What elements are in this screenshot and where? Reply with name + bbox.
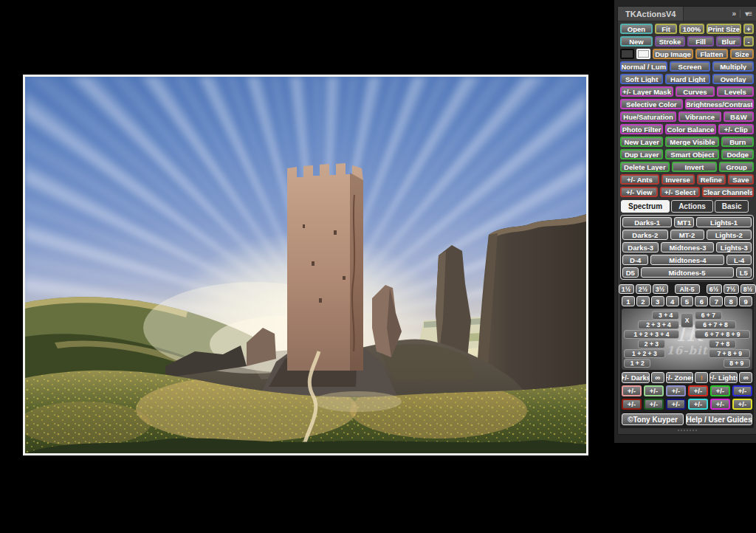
panel-title-tab[interactable]: TKActionsV4	[618, 7, 684, 21]
smart-object-button[interactable]: Smart Object	[665, 149, 719, 159]
color-balance-button[interactable]: Color Balance	[665, 124, 715, 134]
brightness-contrast-button[interactable]: Brightness/Contrast	[685, 99, 754, 109]
plus-button[interactable]: +	[743, 24, 754, 34]
combo-x-button[interactable]: X	[681, 313, 693, 328]
navy-plusminus-button[interactable]: +/-	[666, 399, 686, 410]
zone-7-button[interactable]: 7	[709, 296, 723, 306]
clear-channels-button[interactable]: Clear Channels	[702, 187, 754, 197]
cyan-plusminus-button[interactable]: +/-	[688, 399, 708, 410]
combo-1-2-3-4-button[interactable]: 1 + 2 + 3 + 4	[624, 330, 679, 339]
burn-button[interactable]: Burn	[721, 137, 754, 147]
combo-1-2-button[interactable]: 1 + 2	[624, 359, 650, 368]
mt1-button[interactable]: MT1	[674, 217, 694, 227]
zone-4-button[interactable]: 4	[666, 296, 679, 306]
curves-button[interactable]: Curves	[676, 86, 715, 97]
ants-button[interactable]: +/- Ants	[620, 174, 659, 185]
overlay-button[interactable]: Overlay	[712, 74, 754, 84]
collapse-panel-icon[interactable]: »	[732, 10, 736, 18]
bw-button[interactable]: B&W	[724, 111, 754, 122]
tab-actions[interactable]: Actions	[671, 200, 713, 213]
lights-infinity-button[interactable]: ∞	[739, 372, 752, 383]
inverse-button[interactable]: Inverse	[662, 174, 695, 185]
invert-button[interactable]: Invert	[672, 162, 718, 172]
combo-6-7-8-9-button[interactable]: 6 + 7 + 8 + 9	[695, 330, 750, 339]
background-color-swatch[interactable]	[636, 49, 650, 59]
view-button[interactable]: +/- View	[620, 187, 658, 197]
l-4-button[interactable]: L-4	[726, 255, 752, 265]
zoom-100-button[interactable]: 100%	[679, 24, 704, 34]
zone-8half-button[interactable]: 8½	[740, 284, 756, 294]
combo-6-7-button[interactable]: 6 + 7	[695, 311, 721, 320]
panel-menu-icon[interactable]: ▾≡	[745, 10, 752, 18]
d-4-button[interactable]: D-4	[622, 255, 648, 265]
darkgreen-plusminus-button[interactable]: +/-	[644, 399, 664, 410]
darkred-plusminus-button[interactable]: +/-	[622, 399, 642, 410]
clip-button[interactable]: +/- Clip	[718, 124, 754, 134]
foreground-color-swatch[interactable]	[620, 49, 634, 59]
zone-9-button[interactable]: 9	[739, 296, 752, 306]
combo-2-3-4-button[interactable]: 2 + 3 + 4	[638, 320, 679, 329]
combo-8-9-button[interactable]: 8 + 9	[724, 359, 750, 368]
zone-6half-button[interactable]: 6½	[707, 284, 722, 294]
vibrance-button[interactable]: Vibrance	[678, 111, 721, 122]
help-user-guides-button[interactable]: Help / User Guides	[686, 413, 752, 425]
dup-image-button[interactable]: Dup Image	[653, 49, 693, 59]
delete-layer-button[interactable]: Delete Layer	[620, 162, 670, 172]
midtones-4-button[interactable]: Midtones-4	[650, 255, 724, 265]
zone-1half-button[interactable]: 1½	[619, 284, 634, 294]
l5-button[interactable]: L5	[736, 267, 752, 278]
layer-mask-button[interactable]: +/- Layer Mask	[620, 86, 673, 97]
alt-5-button[interactable]: Alt-5	[675, 284, 700, 294]
print-size-button[interactable]: Print Size	[707, 24, 741, 34]
multiply-button[interactable]: Multiply	[712, 61, 754, 72]
blur-button[interactable]: Blur	[716, 36, 741, 47]
lights-toggle-button[interactable]: +/- Lights	[709, 372, 738, 383]
flatten-button[interactable]: Flatten	[695, 49, 728, 59]
lights-1-button[interactable]: Lights-1	[696, 217, 752, 227]
normal-lum-button[interactable]: Normal / Lum	[620, 61, 667, 72]
hard-light-button[interactable]: Hard Light	[665, 74, 710, 84]
dodge-button[interactable]: Dodge	[721, 149, 754, 159]
screen-button[interactable]: Screen	[670, 61, 711, 72]
darks-infinity-button[interactable]: ∞	[651, 372, 664, 383]
hue-saturation-button[interactable]: Hue/Saturation	[620, 111, 676, 122]
fill-button[interactable]: Fill	[687, 36, 714, 47]
zone-5-button[interactable]: 5	[681, 296, 694, 306]
levels-button[interactable]: Levels	[717, 86, 754, 97]
zone-7half-button[interactable]: 7½	[724, 284, 739, 294]
zone-8-button[interactable]: 8	[724, 296, 738, 306]
fit-button[interactable]: Fit	[655, 24, 677, 34]
photo-filter-button[interactable]: Photo Filter	[620, 124, 663, 134]
open-button[interactable]: Open	[620, 24, 653, 34]
combo-6-7-8-button[interactable]: 6 + 7 + 8	[695, 320, 736, 329]
panel-resize-grip[interactable]	[620, 428, 754, 432]
dup-layer-button[interactable]: Dup Layer	[620, 149, 663, 159]
copyright-button[interactable]: ©Tony Kuyper	[622, 413, 684, 425]
tab-basic[interactable]: Basic	[715, 200, 749, 213]
combo-7-8-9-button[interactable]: 7 + 8 + 9	[709, 349, 750, 358]
group-button[interactable]: Group	[719, 162, 754, 172]
soft-light-button[interactable]: Soft Light	[620, 74, 663, 84]
green-plusminus-button[interactable]: +/-	[710, 385, 730, 396]
blue-plusminus-button[interactable]: +/-	[732, 385, 752, 396]
midtones-5-button[interactable]: Midtones-5	[641, 267, 734, 278]
red-plusminus-button[interactable]: +/-	[688, 385, 708, 396]
lights-3-button[interactable]: Lights-3	[716, 242, 752, 252]
save-button[interactable]: Save	[728, 174, 754, 185]
midtones-3-button[interactable]: Midtones-3	[661, 242, 714, 252]
zone-3-button[interactable]: 3	[651, 296, 664, 306]
magenta-plusminus-button[interactable]: +/-	[710, 399, 730, 410]
combo-1-2-3-button[interactable]: 1 + 2 + 3	[624, 349, 665, 358]
combo-2-3-button[interactable]: 2 + 3	[638, 340, 664, 348]
darks-2-button[interactable]: Darks-2	[622, 230, 668, 240]
zone-1-button[interactable]: 1	[622, 296, 635, 306]
salmon-plusminus-button[interactable]: +/-	[622, 385, 642, 396]
new-button[interactable]: New	[620, 36, 653, 47]
zone-3half-button[interactable]: 3½	[653, 284, 668, 294]
select-button[interactable]: +/- Select	[660, 187, 700, 197]
refine-button[interactable]: Refine	[697, 174, 726, 185]
zone-6-button[interactable]: 6	[695, 296, 708, 306]
yellow-plusminus-button[interactable]: +/-	[732, 399, 752, 410]
zone-2half-button[interactable]: 2½	[636, 284, 651, 294]
violet-plusminus-button[interactable]: +/-	[666, 385, 686, 396]
